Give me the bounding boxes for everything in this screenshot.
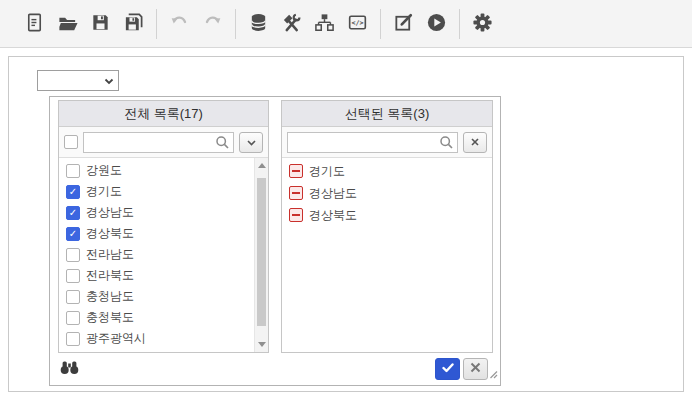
available-search-input[interactable] xyxy=(83,132,234,153)
available-list-item[interactable]: 충청북도 xyxy=(59,307,253,328)
available-search-box xyxy=(83,132,234,153)
open-button[interactable] xyxy=(51,7,84,41)
selected-list-item[interactable]: 경상남도 xyxy=(282,182,492,204)
checkbox-checked[interactable] xyxy=(66,227,80,241)
selected-list-rows: 경기도경상남도경상북도 xyxy=(282,160,492,226)
toolbar-separator xyxy=(156,9,157,39)
checkbox-checked[interactable] xyxy=(66,185,80,199)
database-button[interactable] xyxy=(242,7,275,41)
close-icon xyxy=(470,362,481,376)
scrollbar-thumb[interactable] xyxy=(257,178,266,326)
search-icon xyxy=(439,135,454,153)
item-label: 충청남도 xyxy=(86,288,134,305)
available-list-scrollbar[interactable] xyxy=(254,158,268,352)
available-list-item[interactable]: 광주광역시 xyxy=(59,328,253,349)
selected-list: 경기도경상남도경상북도 xyxy=(282,158,492,352)
close-icon xyxy=(471,135,479,149)
filter-combobox[interactable] xyxy=(37,70,119,91)
play-icon xyxy=(426,12,447,36)
scroll-up-button[interactable] xyxy=(255,159,268,172)
save-all-button[interactable] xyxy=(117,7,150,41)
widget-footer xyxy=(50,352,500,385)
resize-handle[interactable] xyxy=(489,368,498,382)
code-icon: </> xyxy=(347,12,368,36)
item-label: 경상북도 xyxy=(86,225,134,242)
item-label: 강원도 xyxy=(86,162,122,179)
selected-search-clear-button[interactable] xyxy=(463,132,487,153)
item-label: 경상남도 xyxy=(309,185,357,202)
checkbox-unchecked[interactable] xyxy=(66,290,80,304)
content-panel: 전체 목록(17) 강원도 xyxy=(8,56,684,392)
selected-search-input[interactable] xyxy=(287,132,458,153)
undo-icon xyxy=(169,12,190,36)
available-list-item[interactable]: 경상북도 xyxy=(59,223,253,244)
remove-item-icon[interactable] xyxy=(289,186,303,200)
item-label: 전라남도 xyxy=(86,246,134,263)
search-icon xyxy=(215,135,230,153)
gear-icon xyxy=(472,12,493,36)
available-list-item[interactable]: 경기도 xyxy=(59,181,253,202)
available-panel-title: 전체 목록(17) xyxy=(59,101,268,127)
item-label: 광주광역시 xyxy=(86,330,146,347)
selected-search-box xyxy=(287,132,458,153)
remove-item-icon[interactable] xyxy=(289,208,303,222)
available-list-item[interactable]: 전라북도 xyxy=(59,265,253,286)
select-all-checkbox[interactable] xyxy=(64,135,78,149)
available-search-options-button[interactable] xyxy=(239,132,263,153)
cancel-button[interactable] xyxy=(463,358,488,380)
confirm-button[interactable] xyxy=(435,358,460,380)
save-all-icon xyxy=(123,12,144,36)
edit-icon xyxy=(393,12,414,36)
available-list-item[interactable]: 충청남도 xyxy=(59,286,253,307)
redo-button[interactable] xyxy=(196,7,229,41)
selected-panel-title: 선택된 목록(3) xyxy=(282,101,492,127)
checkbox-unchecked[interactable] xyxy=(66,269,80,283)
triangle-down-icon xyxy=(258,342,266,347)
selected-search-row xyxy=(282,127,492,158)
tools-button[interactable] xyxy=(275,7,308,41)
available-list-rows: 강원도경기도경상남도경상북도전라남도전라북도충청남도충청북도광주광역시 xyxy=(59,160,253,349)
item-label: 경상북도 xyxy=(309,207,357,224)
settings-button[interactable] xyxy=(466,7,499,41)
toolbar-separator xyxy=(380,9,381,39)
selected-list-item[interactable]: 경상북도 xyxy=(282,204,492,226)
edit-button[interactable] xyxy=(387,7,420,41)
scroll-down-button[interactable] xyxy=(255,338,268,351)
undo-button[interactable] xyxy=(163,7,196,41)
toolbar-separator xyxy=(459,9,460,39)
check-icon xyxy=(442,362,454,376)
sitemap-button[interactable] xyxy=(308,7,341,41)
checkbox-unchecked[interactable] xyxy=(66,311,80,325)
toolbar-separator xyxy=(235,9,236,39)
code-button[interactable]: </> xyxy=(341,7,374,41)
checkbox-unchecked[interactable] xyxy=(66,248,80,262)
app-window: </> xyxy=(0,0,692,400)
item-label: 경기도 xyxy=(86,183,122,200)
save-button[interactable] xyxy=(84,7,117,41)
tools-icon xyxy=(281,12,302,36)
checkbox-checked[interactable] xyxy=(66,206,80,220)
selected-list-item[interactable]: 경기도 xyxy=(282,160,492,182)
main-toolbar: </> xyxy=(0,0,692,48)
available-list-item[interactable]: 경상남도 xyxy=(59,202,253,223)
folder-open-icon xyxy=(57,12,78,36)
chevron-down-icon xyxy=(104,74,114,88)
binoculars-icon[interactable] xyxy=(60,360,79,378)
item-label: 경상남도 xyxy=(86,204,134,221)
available-list: 강원도경기도경상남도경상북도전라남도전라북도충청남도충청북도광주광역시 xyxy=(59,158,268,352)
run-button[interactable] xyxy=(420,7,453,41)
redo-icon xyxy=(202,12,223,36)
available-list-item[interactable]: 강원도 xyxy=(59,160,253,181)
new-document-button[interactable] xyxy=(18,7,51,41)
dual-list-widget: 전체 목록(17) 강원도 xyxy=(49,96,501,386)
selected-panel: 선택된 목록(3) 경기도경상남도경상북도 xyxy=(281,100,493,353)
database-icon xyxy=(248,12,269,36)
item-label: 전라북도 xyxy=(86,267,134,284)
checkbox-unchecked[interactable] xyxy=(66,332,80,346)
checkbox-unchecked[interactable] xyxy=(66,164,80,178)
save-icon xyxy=(90,12,111,36)
item-label: 충청북도 xyxy=(86,309,134,326)
remove-item-icon[interactable] xyxy=(289,164,303,178)
available-list-item[interactable]: 전라남도 xyxy=(59,244,253,265)
available-panel: 전체 목록(17) 강원도 xyxy=(58,100,269,353)
